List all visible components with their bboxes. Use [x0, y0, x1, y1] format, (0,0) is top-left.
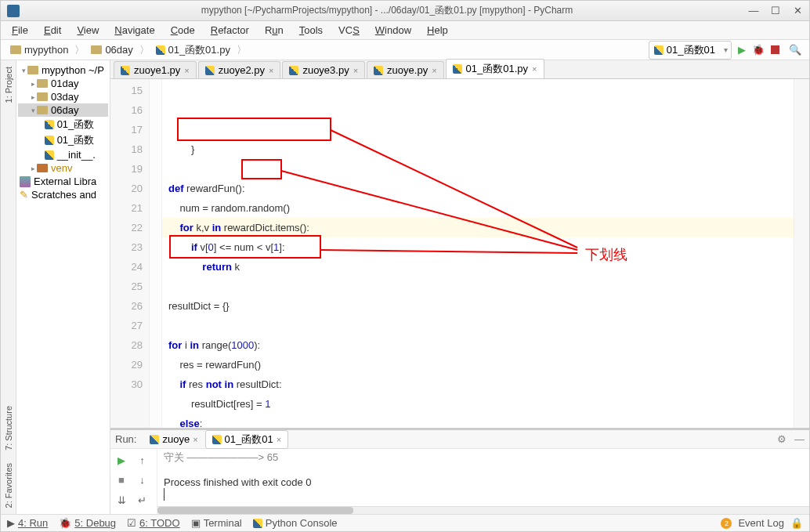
- run-output[interactable]: 守关 ———————> 65 Process finished with exi…: [157, 449, 809, 514]
- breadcrumb-item[interactable]: 06day: [86, 42, 137, 57]
- code-line[interactable]: resultDict = {}: [168, 296, 794, 316]
- breadcrumb-item[interactable]: 01_函数01.py: [151, 42, 235, 59]
- run-tab-active[interactable]: 01_函数01×: [205, 430, 289, 449]
- run-icon[interactable]: ▶: [738, 44, 746, 56]
- navigation-bar: mypython 〉 06day 〉 01_函数01.py 〉 01_函数01 …: [1, 40, 809, 60]
- run-tab[interactable]: zuoye×: [143, 431, 204, 447]
- menu-navigate[interactable]: Navigate: [108, 23, 161, 38]
- folder-icon: [91, 45, 102, 54]
- menu-edit[interactable]: Edit: [38, 23, 67, 38]
- menu-run[interactable]: Run: [259, 23, 290, 38]
- python-icon: [453, 64, 462, 74]
- scrollbar-thumb[interactable]: [157, 507, 353, 514]
- editor-tab[interactable]: zuoye3.py×: [282, 61, 365, 78]
- tab-label: zuoye.py: [387, 64, 428, 76]
- editor-tab[interactable]: zuoye1.py×: [114, 61, 197, 78]
- minimize-panel-icon[interactable]: —: [794, 433, 805, 445]
- restart-icon[interactable]: ⇊: [114, 492, 129, 508]
- code-line[interactable]: if res not in resultDict:: [168, 375, 794, 394]
- search-icon[interactable]: 🔍: [786, 44, 805, 56]
- close-icon[interactable]: ×: [269, 66, 273, 75]
- close-icon[interactable]: ×: [432, 66, 436, 75]
- tree-label: External Libra: [34, 176, 96, 187]
- tree-external-libs[interactable]: External Libra: [18, 175, 108, 188]
- left-tab-structure[interactable]: 7: Structure: [2, 400, 15, 457]
- folder-icon: [27, 66, 38, 74]
- code-line[interactable]: [168, 159, 794, 179]
- tree-file[interactable]: 01_函数: [18, 132, 108, 148]
- wrap-icon[interactable]: ↵: [135, 492, 150, 508]
- editor-tab[interactable]: zuoye.py×: [367, 61, 443, 78]
- editor-tab-active[interactable]: 01_函数01.py×: [446, 59, 544, 78]
- code-line[interactable]: res = rewardFun(): [168, 355, 794, 375]
- tree-label: 03day: [51, 91, 78, 103]
- editor-tab[interactable]: zuoye2.py×: [198, 61, 281, 78]
- run-config-selector[interactable]: 01_函数01: [649, 41, 732, 60]
- tree-folder-selected[interactable]: ▾06day: [18, 103, 108, 117]
- close-button[interactable]: ✕: [792, 5, 803, 16]
- tree-folder[interactable]: ▸01day: [18, 77, 108, 90]
- code-line[interactable]: [168, 316, 794, 335]
- tree-file[interactable]: 01_函数: [18, 117, 108, 132]
- close-icon[interactable]: ×: [353, 66, 358, 75]
- left-tab-project[interactable]: 1: Project: [2, 60, 15, 109]
- fold-column[interactable]: [150, 79, 162, 428]
- menu-view[interactable]: View: [71, 23, 105, 38]
- left-tab-favorites[interactable]: 2: Favorites: [2, 457, 15, 514]
- settings-icon[interactable]: ⚙: [777, 433, 786, 445]
- menu-refactor[interactable]: Refactor: [204, 23, 255, 38]
- maximize-button[interactable]: ☐: [770, 5, 781, 16]
- python-icon: [150, 435, 159, 444]
- status-lock-icon[interactable]: 🔒: [790, 517, 803, 529]
- menu-window[interactable]: Window: [369, 23, 418, 38]
- menu-tools[interactable]: Tools: [293, 23, 329, 38]
- stop-run-icon[interactable]: ■: [114, 472, 129, 488]
- code-editor[interactable]: } def rewardFun(): num = random.random()…: [162, 79, 794, 428]
- debug-icon[interactable]: 🐞: [752, 44, 765, 56]
- statusbar-event-log[interactable]: Event Log: [738, 517, 784, 529]
- code-line[interactable]: resultDict[res] = 1: [168, 394, 794, 414]
- close-icon[interactable]: ×: [277, 435, 281, 444]
- code-line[interactable]: if v[0] <= num < v[1]:: [168, 237, 794, 257]
- tree-label: 01day: [51, 78, 78, 89]
- python-icon: [212, 435, 222, 444]
- rerun-icon[interactable]: ▶: [114, 452, 129, 468]
- scroll-up-icon[interactable]: ↑: [135, 452, 150, 468]
- statusbar-terminal[interactable]: ▣ Terminal: [191, 517, 242, 529]
- statusbar-debug[interactable]: 🐞 5: Debug: [59, 517, 116, 529]
- tree-venv[interactable]: ▸venv: [18, 161, 108, 175]
- tree-folder[interactable]: ▸03day: [18, 90, 108, 103]
- folder-icon: [37, 79, 48, 88]
- scroll-down-icon[interactable]: ↓: [135, 472, 150, 488]
- code-line[interactable]: def rewardFun():: [168, 179, 794, 198]
- tree-root[interactable]: ▾mypython ~/P: [18, 63, 108, 77]
- statusbar-run[interactable]: ▶ 4: Run: [7, 517, 48, 529]
- menu-vcs[interactable]: VCS: [332, 23, 366, 38]
- code-line[interactable]: return k: [168, 257, 794, 277]
- menu-help[interactable]: Help: [421, 23, 454, 38]
- code-line[interactable]: else:: [168, 414, 794, 428]
- minimize-button[interactable]: —: [748, 5, 759, 16]
- code-area[interactable]: 15161718192021222324252627282930 } def r…: [110, 79, 809, 428]
- statusbar-label: Python Console: [266, 517, 338, 529]
- menu-file[interactable]: File: [5, 23, 34, 38]
- statusbar-todo[interactable]: ☑ 6: TODO: [127, 517, 180, 529]
- stop-icon[interactable]: [771, 45, 779, 54]
- tree-file[interactable]: __init__.: [18, 148, 108, 161]
- code-line[interactable]: for k,v in rewardDict.items():: [168, 218, 794, 237]
- tree-scratches[interactable]: ✎Scratches and: [18, 188, 108, 201]
- breadcrumb-label: 01_函数01.py: [168, 43, 230, 57]
- horizontal-scrollbar[interactable]: [157, 506, 809, 514]
- code-line[interactable]: }: [168, 139, 794, 159]
- breadcrumb-item[interactable]: mypython: [5, 42, 73, 57]
- close-icon[interactable]: ×: [532, 64, 537, 74]
- editor-right-strip: [794, 79, 809, 428]
- menu-code[interactable]: Code: [165, 23, 201, 38]
- code-line[interactable]: [168, 277, 794, 296]
- code-line[interactable]: num = random.random(): [168, 198, 794, 218]
- close-icon[interactable]: ×: [193, 435, 197, 444]
- statusbar-python-console[interactable]: Python Console: [253, 517, 338, 529]
- code-line[interactable]: for i in range(1000):: [168, 335, 794, 355]
- close-icon[interactable]: ×: [184, 66, 189, 75]
- status-bar: ▶ 4: Run 🐞 5: Debug ☑ 6: TODO ▣ Terminal…: [1, 514, 809, 531]
